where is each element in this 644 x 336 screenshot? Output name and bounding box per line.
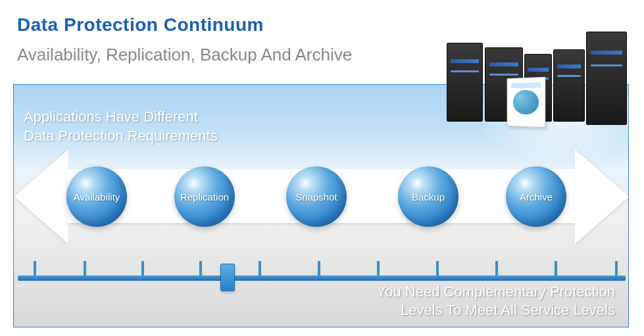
timeline-tick: [34, 261, 36, 276]
sphere-label: Availability: [74, 191, 120, 203]
hardware-image: [440, 20, 631, 132]
timeline-tick: [141, 261, 144, 276]
timeline-marker: [220, 264, 235, 291]
panel-top-text-line2: Data Protection Requirements: [24, 127, 218, 146]
timeline-tick: [259, 261, 261, 276]
timeline-tick: [318, 261, 320, 276]
software-box-icon: [507, 77, 546, 128]
server-icon: [447, 43, 483, 122]
timeline-tick: [555, 261, 557, 276]
server-icon: [586, 32, 627, 125]
arrow-right-icon: [575, 149, 629, 244]
sphere-snapshot: Snapshot: [286, 166, 347, 227]
sphere-label: Snapshot: [295, 191, 337, 203]
sphere-backup: Backup: [398, 166, 458, 227]
sphere-availability: Availability: [66, 166, 127, 227]
panel-top-text: Applications Have Different Data Protect…: [24, 108, 218, 145]
timeline-tick: [615, 261, 618, 276]
sphere-archive: Archive: [506, 166, 566, 227]
continuum-arrow: Availability Replication Snapshot Backup…: [18, 151, 626, 243]
server-icon: [553, 49, 585, 122]
sphere-label: Archive: [520, 191, 553, 203]
timeline-tick: [377, 261, 380, 276]
panel-top-text-line1: Applications Have Different: [24, 108, 218, 127]
timeline-tick: [436, 261, 439, 276]
arrow-left-icon: [14, 149, 68, 244]
sphere-label: Replication: [180, 191, 229, 203]
panel-bottom-text-line2: Levels To Meet All Service Levels: [377, 301, 615, 320]
timeline-tick: [84, 261, 86, 276]
timeline-bar: [18, 276, 626, 281]
panel-bottom-text-line1: You Need Complementary Protection: [377, 283, 615, 301]
timeline: [18, 253, 626, 281]
timeline-tick: [495, 261, 498, 276]
page-subtitle: Availability, Replication, Backup And Ar…: [17, 45, 352, 65]
page-title: Data Protection Continuum: [17, 14, 264, 36]
sphere-label: Backup: [412, 191, 445, 203]
sphere-replication: Replication: [174, 166, 235, 227]
timeline-tick: [199, 261, 202, 276]
panel-bottom-text: You Need Complementary Protection Levels…: [377, 283, 615, 319]
